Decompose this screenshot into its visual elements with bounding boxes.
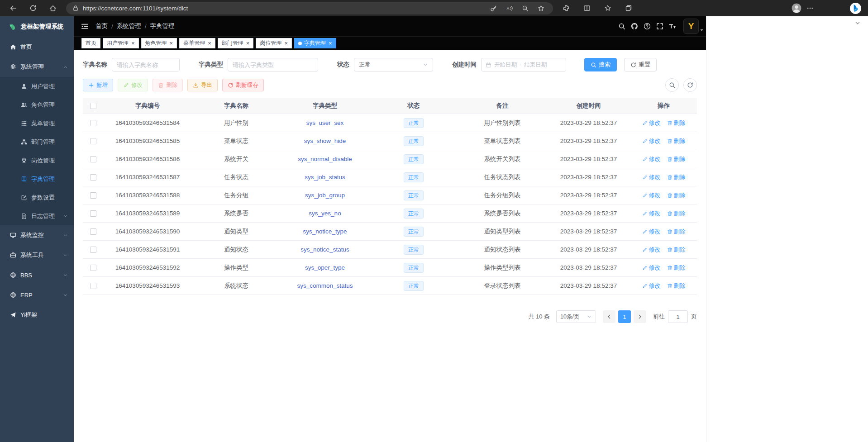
page-size-select[interactable]: 10条/页 (556, 310, 596, 323)
dict-type-link[interactable]: sys_user_sex (306, 119, 344, 126)
row-checkbox[interactable] (90, 156, 96, 162)
refresh-table-button[interactable] (683, 78, 697, 92)
edit-link[interactable]: 修改 (642, 228, 661, 236)
row-checkbox[interactable] (90, 247, 96, 253)
delete-link[interactable]: 删除 (667, 155, 686, 163)
tab-role-management[interactable]: 角色管理 × (141, 38, 177, 48)
read-aloud-icon[interactable]: A (503, 2, 515, 14)
close-icon[interactable]: × (131, 40, 135, 46)
dict-type-link[interactable]: sys_job_status (305, 174, 345, 181)
add-button[interactable]: 新增 (83, 79, 113, 91)
edit-link[interactable]: 修改 (642, 282, 661, 290)
delete-link[interactable]: 删除 (667, 119, 686, 127)
delete-link[interactable]: 删除 (667, 228, 686, 236)
next-page-button[interactable] (634, 310, 646, 323)
fullscreen-icon[interactable] (656, 23, 663, 30)
favorites-bar-icon[interactable] (601, 2, 615, 14)
sidebar-item-system-tools[interactable]: 系统工具 (0, 245, 74, 265)
sidebar-item-home[interactable]: 首页 (0, 37, 74, 57)
menu-fold-icon[interactable] (81, 23, 89, 30)
row-checkbox[interactable] (90, 120, 96, 126)
sidebar-item-system-management[interactable]: 系统管理 (0, 57, 74, 77)
sidebar-item-dict-management[interactable]: 字典管理 (0, 170, 74, 188)
breadcrumb-item[interactable]: 首页 (95, 22, 108, 30)
delete-link[interactable]: 删除 (667, 191, 686, 200)
sidebar-item-user-management[interactable]: 用户管理 (0, 77, 74, 95)
close-icon[interactable]: × (284, 40, 288, 46)
profile-avatar[interactable] (790, 2, 803, 14)
status-select[interactable]: 正常 (354, 58, 433, 71)
date-range-picker[interactable]: 开始日期 - 结束日期 (481, 58, 566, 71)
delete-button[interactable]: 删除 (153, 79, 183, 91)
user-avatar[interactable]: Y (683, 19, 699, 34)
tab-dept-management[interactable]: 部门管理 × (218, 38, 254, 48)
back-icon[interactable] (6, 2, 20, 14)
row-checkbox[interactable] (90, 283, 96, 289)
dict-type-link[interactable]: sys_normal_disable (298, 156, 352, 162)
sidebar-item-yi-framework[interactable]: Yi框架 (0, 305, 74, 325)
extensions-icon[interactable] (559, 2, 573, 14)
sidebar-item-bbs[interactable]: BBS (0, 265, 74, 285)
row-checkbox[interactable] (90, 228, 96, 235)
edit-link[interactable]: 修改 (642, 173, 661, 181)
delete-link[interactable]: 删除 (667, 246, 686, 254)
sidebar-item-log-management[interactable]: 日志管理 (0, 207, 74, 225)
breadcrumb-item[interactable]: 字典管理 (150, 22, 175, 30)
delete-link[interactable]: 删除 (667, 264, 686, 272)
edit-link[interactable]: 修改 (642, 246, 661, 254)
export-button[interactable]: 导出 (187, 79, 218, 91)
reset-button[interactable]: 重置 (624, 58, 657, 71)
select-all-checkbox[interactable] (90, 103, 96, 109)
sidebar-item-menu-management[interactable]: 菜单管理 (0, 114, 74, 133)
edit-link[interactable]: 修改 (642, 209, 661, 218)
key-icon[interactable] (487, 2, 499, 14)
panel-collapse-icon[interactable] (854, 20, 861, 26)
zoom-out-icon[interactable] (519, 2, 531, 14)
close-icon[interactable]: × (170, 40, 173, 46)
refresh-cache-button[interactable]: 刷新缓存 (222, 79, 264, 91)
sidebar-item-erp[interactable]: ERP (0, 285, 74, 305)
search-icon[interactable] (618, 23, 625, 30)
sidebar-item-dept-management[interactable]: 部门管理 (0, 133, 74, 151)
delete-link[interactable]: 删除 (667, 137, 686, 145)
edit-link[interactable]: 修改 (642, 155, 661, 163)
close-icon[interactable]: × (246, 40, 250, 46)
dict-type-link[interactable]: sys_show_hide (304, 138, 346, 144)
address-bar[interactable]: https://ccnetcore.com:1101/system/dict A (66, 2, 553, 14)
search-button[interactable]: 搜索 (584, 58, 617, 71)
breadcrumb-item[interactable]: 系统管理 (117, 22, 141, 30)
sidebar-item-role-management[interactable]: 角色管理 (0, 95, 74, 114)
bing-sidebar-icon[interactable] (849, 2, 862, 14)
dict-type-link[interactable]: sys_yes_no (309, 210, 341, 217)
tab-post-management[interactable]: 岗位管理 × (256, 38, 292, 48)
edit-link[interactable]: 修改 (642, 264, 661, 272)
close-icon[interactable]: × (208, 40, 211, 46)
favorite-add-icon[interactable] (535, 2, 547, 14)
tab-menu-management[interactable]: 菜单管理 × (179, 38, 215, 48)
question-icon[interactable] (644, 23, 651, 30)
github-icon[interactable] (631, 23, 638, 30)
dict-type-link[interactable]: sys_common_status (297, 282, 353, 289)
font-size-icon[interactable] (669, 23, 676, 30)
edit-button[interactable]: 修改 (118, 79, 148, 91)
goto-page-input[interactable] (668, 310, 688, 323)
dict-type-link[interactable]: sys_oper_type (305, 264, 345, 271)
page-number-button[interactable]: 1 (618, 310, 631, 323)
close-icon[interactable]: × (329, 40, 332, 46)
row-checkbox[interactable] (90, 210, 96, 217)
dict-type-link[interactable]: sys_notice_type (303, 228, 347, 235)
row-checkbox[interactable] (90, 138, 96, 144)
dict-type-input[interactable] (228, 58, 318, 71)
tab-user-management[interactable]: 用户管理 × (103, 38, 139, 48)
delete-link[interactable]: 删除 (667, 209, 686, 218)
dict-type-link[interactable]: sys_notice_status (300, 246, 349, 253)
dict-type-link[interactable]: sys_job_group (305, 192, 345, 199)
browser-home-icon[interactable] (46, 2, 60, 14)
row-checkbox[interactable] (90, 265, 96, 271)
prev-page-button[interactable] (603, 310, 615, 323)
sidebar-item-system-monitor[interactable]: 系统监控 (0, 225, 74, 245)
edit-link[interactable]: 修改 (642, 191, 661, 200)
refresh-icon[interactable] (26, 2, 40, 14)
delete-link[interactable]: 删除 (667, 282, 686, 290)
sidebar-item-post-management[interactable]: 岗位管理 (0, 151, 74, 170)
